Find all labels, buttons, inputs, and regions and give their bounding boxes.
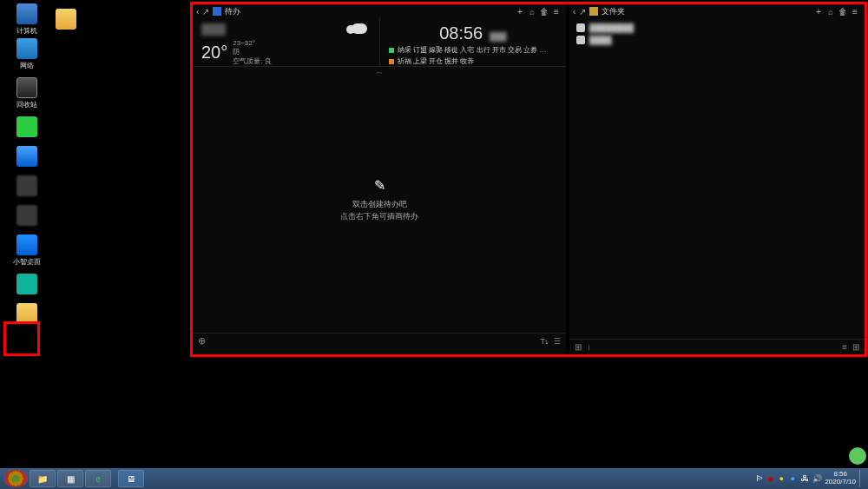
todo-panel-header: ‹ ↗ 待办 + ⌕ 🗑 ≡ xyxy=(193,4,566,18)
taskbar-browser[interactable]: e xyxy=(85,470,111,487)
tray-icon[interactable]: 🏳 xyxy=(756,474,765,483)
panel-title: 待办 xyxy=(225,6,240,17)
weather-location-blurred xyxy=(201,23,226,36)
temp-range: 23~32° xyxy=(233,39,271,47)
add-todo-button[interactable]: ⊕ xyxy=(198,335,206,347)
desktop-icon-xiaozhidesktop[interactable]: 小智桌面 xyxy=(9,235,45,267)
event-text: 祈福 上梁 开仓 掘井 牧养 xyxy=(398,56,475,66)
icon-label: 计算机 xyxy=(16,26,37,36)
add-button[interactable]: + xyxy=(812,5,825,17)
file-icon xyxy=(576,36,585,44)
file-item[interactable]: ████████ xyxy=(576,23,858,32)
app-icon xyxy=(16,205,37,226)
todo-icon xyxy=(213,7,221,16)
desktop-icon-blur2[interactable] xyxy=(9,205,45,228)
icon-label: 回收站 xyxy=(16,100,37,109)
chevron-up-icon[interactable]: ︿ xyxy=(376,67,383,76)
assistant-bubble[interactable] xyxy=(849,447,866,465)
event-dot-orange xyxy=(389,59,394,64)
desktop: 计算机 网络 回收站 小智桌面 xyxy=(0,0,87,333)
desktop-icon-network[interactable]: 网络 xyxy=(9,38,45,70)
event-dot-green xyxy=(389,48,394,53)
tray-icon[interactable]: ● xyxy=(790,474,799,483)
folder-icon xyxy=(56,9,76,30)
start-button[interactable] xyxy=(3,470,28,487)
desktop-icon-computer[interactable]: 计算机 xyxy=(9,3,45,36)
delete-button[interactable]: 🗑 xyxy=(538,5,550,17)
add-button[interactable]: + xyxy=(514,5,526,17)
icon-label: 网络 xyxy=(20,61,34,70)
computer-icon xyxy=(16,3,37,24)
air-quality: 空气质量: 良 xyxy=(233,56,271,66)
temperature: 20° xyxy=(201,43,227,63)
desktop-icon-recycle[interactable]: 回收站 xyxy=(9,77,45,109)
folder-action-1[interactable]: ⊞ xyxy=(575,342,582,352)
taskbar-clock[interactable]: 8:56 2020/7/10 xyxy=(825,471,856,486)
recycle-icon xyxy=(16,77,37,98)
time: 08:56 xyxy=(439,23,483,43)
open-external-icon[interactable]: ↗ xyxy=(579,7,586,17)
ie-icon xyxy=(16,146,37,167)
folder-body: ████████ ████ xyxy=(569,18,865,53)
panel-title: 文件夹 xyxy=(602,6,625,17)
show-desktop-button[interactable] xyxy=(859,470,865,487)
teal-icon xyxy=(16,274,37,294)
list-view-button[interactable]: ≡ xyxy=(842,342,847,352)
system-tray: 🏳 ◆ ● ● 🖧 🔊 xyxy=(756,474,821,483)
taskbar-app[interactable]: ▦ xyxy=(57,470,83,487)
empty-hint: 双击创建待办吧 点击右下角可插画待办 xyxy=(340,199,418,222)
desktop-icon-ie[interactable] xyxy=(9,146,45,169)
menu-button[interactable]: ≡ xyxy=(849,5,861,17)
folder-icon xyxy=(589,7,598,16)
folder-action-2[interactable]: ↓ xyxy=(587,342,591,352)
weather-widget[interactable]: 20° 23~32° 阴 空气质量: 良 xyxy=(193,18,379,66)
green-icon xyxy=(16,116,37,137)
search-button[interactable]: ⌕ xyxy=(526,5,538,17)
todo-footer: ⊕ T₁ ☰ xyxy=(193,333,566,348)
tray-volume-icon[interactable]: 🔊 xyxy=(812,474,821,483)
footer-btn-1[interactable]: T₁ xyxy=(541,337,549,346)
xiaozhidesktop-icon xyxy=(16,235,37,255)
cloud-icon xyxy=(352,23,367,34)
chevron-left-icon[interactable]: ‹ xyxy=(573,7,575,17)
desktop-icon-blur1[interactable] xyxy=(9,175,45,198)
file-item[interactable]: ████ xyxy=(576,36,858,44)
file-name: ████████ xyxy=(589,23,634,32)
desktop-icon-green[interactable] xyxy=(9,116,45,139)
grid-view-button[interactable]: ⊞ xyxy=(852,342,859,352)
folder-panel: ‹ ↗ 文件夹 + ⌕ 🗑 ≡ ████████ ████ ⊞ ↓ ≡ ⊞ xyxy=(569,4,865,354)
todo-body[interactable]: ︿ ✎ 双击创建待办吧 点击右下角可插画待办 xyxy=(193,67,566,333)
weather-desc: 阴 xyxy=(233,47,271,56)
desktop-icon-folder2[interactable] xyxy=(9,303,45,326)
clock-widget[interactable]: 08:56 ███ 纳采 订盟 嫁娶 移徙 入宅 出行 开市 交易 立券 纳财 … xyxy=(379,18,567,66)
network-icon xyxy=(16,38,37,59)
taskbar-xiaozhidesktop[interactable]: 🖥 xyxy=(118,470,144,487)
file-name: ████ xyxy=(589,36,612,44)
folder-icon xyxy=(16,303,37,324)
delete-button[interactable]: 🗑 xyxy=(837,5,849,17)
event-text: 纳采 订盟 嫁娶 移徙 入宅 出行 开市 交易 立券 纳财 会亲友 安香... xyxy=(398,45,554,55)
desktop-icon-folder[interactable] xyxy=(48,9,84,31)
widgets-row: 20° 23~32° 阴 空气质量: 良 08:56 ███ 纳采 订盟 嫁娶 … xyxy=(193,18,566,67)
desktop-icon-teal[interactable] xyxy=(9,274,45,296)
folder-panel-header: ‹ ↗ 文件夹 + ⌕ 🗑 ≡ xyxy=(569,4,865,18)
footer-btn-2[interactable]: ☰ xyxy=(554,337,561,346)
menu-button[interactable]: ≡ xyxy=(550,5,562,17)
folder-footer: ⊞ ↓ ≡ ⊞ xyxy=(569,339,865,354)
pen-icon: ✎ xyxy=(374,177,385,194)
tray-icon[interactable]: ● xyxy=(779,474,787,483)
tray-icon[interactable]: ◆ xyxy=(767,474,776,483)
app-icon xyxy=(16,175,37,196)
taskbar-explorer[interactable]: 📁 xyxy=(30,470,56,487)
icon-label: 小智桌面 xyxy=(13,257,41,267)
open-external-icon[interactable]: ↗ xyxy=(202,7,209,17)
date-blurred: ███ xyxy=(490,32,506,41)
tray-network-icon[interactable]: 🖧 xyxy=(801,474,810,483)
search-button[interactable]: ⌕ xyxy=(825,5,837,17)
file-icon xyxy=(576,23,585,32)
chevron-left-icon[interactable]: ‹ xyxy=(196,7,199,17)
taskbar: 📁 ▦ e 🖥 🏳 ◆ ● ● 🖧 🔊 8:56 2020/7/10 xyxy=(0,468,868,489)
todo-panel: ‹ ↗ 待办 + ⌕ 🗑 ≡ 20° 23~32° 阴 空气质量: 良 08:5… xyxy=(193,4,566,354)
